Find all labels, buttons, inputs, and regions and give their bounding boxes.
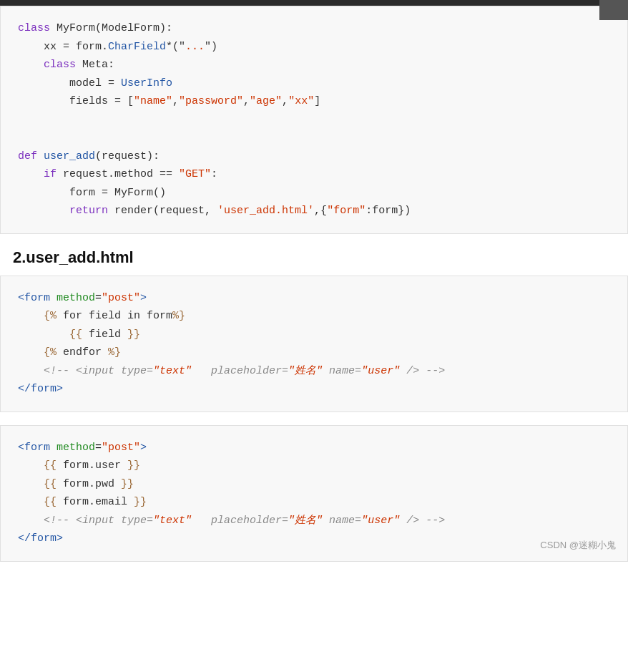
section-heading: 2.user_add.html <box>0 234 628 276</box>
watermark: CSDN @迷糊小鬼 <box>540 537 616 553</box>
page-container: class MyForm(ModelForm): xx = form.CharF… <box>0 0 628 672</box>
python-code-pre: class MyForm(ModelForm): xx = form.CharF… <box>18 19 610 220</box>
html-code-pre-2: <form method="post"> {{ form.user }} {{ … <box>18 439 610 548</box>
html-code-pre-1: <form method="post"> {% for field in for… <box>18 289 610 399</box>
top-bar <box>0 0 628 6</box>
html-code-block-1: <form method="post"> {% for field in for… <box>0 276 628 412</box>
section-heading-text: 2.user_add.html <box>13 248 134 266</box>
html-code-block-2: <form method="post"> {{ form.user }} {{ … <box>0 425 628 562</box>
python-code-block: class MyForm(ModelForm): xx = form.CharF… <box>0 6 628 234</box>
top-bar-button[interactable] <box>599 0 628 20</box>
